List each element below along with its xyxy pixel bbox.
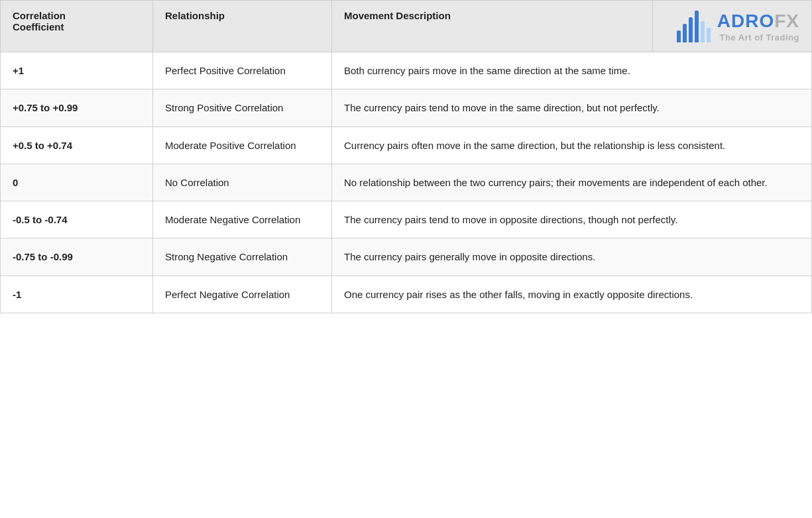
table-row: +1Perfect Positive CorrelationBoth curre… — [1, 52, 812, 89]
header-logo-cell: ADROFX The Art of Trading — [653, 1, 812, 52]
table-row: -0.75 to -0.99Strong Negative Correlatio… — [1, 238, 812, 276]
cell-coefficient: -0.5 to -0.74 — [1, 201, 153, 238]
cell-relationship: Strong Positive Correlation — [153, 89, 332, 127]
cell-coefficient: +1 — [1, 52, 153, 89]
table-row: +0.75 to +0.99Strong Positive Correlatio… — [1, 89, 812, 127]
cell-coefficient: -0.75 to -0.99 — [1, 238, 153, 276]
logo-text: ADROFX The Art of Trading — [717, 10, 799, 42]
cell-relationship: Perfect Negative Correlation — [153, 276, 332, 313]
cell-relationship: Moderate Negative Correlation — [153, 201, 332, 238]
cell-description: The currency pairs tend to move in the s… — [332, 89, 812, 127]
logo-container: ADROFX The Art of Trading — [665, 10, 799, 42]
header-movement: Movement Description — [332, 1, 653, 52]
logo-bars-icon — [677, 11, 711, 42]
logo-adro: ADRO — [717, 11, 774, 31]
correlation-table: Correlation Coefficient Relationship Mov… — [0, 0, 812, 313]
cell-description: No relationship between the two currency… — [332, 164, 812, 201]
cell-relationship: Moderate Positive Correlation — [153, 127, 332, 164]
cell-description: Both currency pairs move in the same dir… — [332, 52, 812, 89]
cell-relationship: Perfect Positive Correlation — [153, 52, 332, 89]
table-header-row: Correlation Coefficient Relationship Mov… — [1, 1, 812, 52]
cell-description: Currency pairs often move in the same di… — [332, 127, 812, 164]
table-body: +1Perfect Positive CorrelationBoth curre… — [1, 52, 812, 313]
logo-fx: FX — [774, 11, 799, 31]
table-row: +0.5 to +0.74Moderate Positive Correlati… — [1, 127, 812, 164]
main-table-wrapper: Correlation Coefficient Relationship Mov… — [0, 0, 812, 313]
logo-brand: ADROFX — [717, 10, 799, 32]
cell-coefficient: +0.75 to +0.99 — [1, 89, 153, 127]
cell-description: The currency pairs generally move in opp… — [332, 238, 812, 276]
cell-coefficient: -1 — [1, 276, 153, 313]
cell-description: The currency pairs tend to move in oppos… — [332, 201, 812, 238]
header-relationship: Relationship — [153, 1, 332, 52]
logo-tagline: The Art of Trading — [717, 32, 799, 43]
cell-coefficient: +0.5 to +0.74 — [1, 127, 153, 164]
cell-description: One currency pair rises as the other fal… — [332, 276, 812, 313]
table-row: 0No CorrelationNo relationship between t… — [1, 164, 812, 201]
table-row: -1Perfect Negative CorrelationOne curren… — [1, 276, 812, 313]
cell-coefficient: 0 — [1, 164, 153, 201]
cell-relationship: Strong Negative Correlation — [153, 238, 332, 276]
cell-relationship: No Correlation — [153, 164, 332, 201]
table-row: -0.5 to -0.74Moderate Negative Correlati… — [1, 201, 812, 238]
header-coefficient: Correlation Coefficient — [1, 1, 153, 52]
